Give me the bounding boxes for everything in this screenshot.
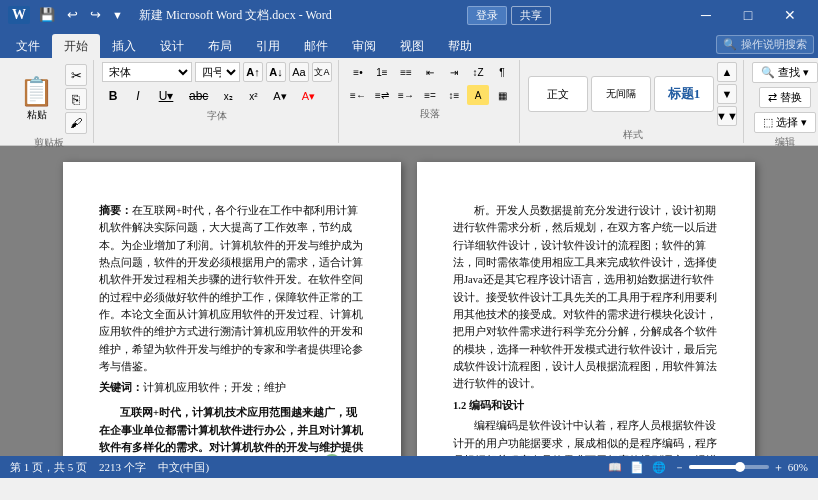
increase-indent-button[interactable]: ⇥ <box>443 62 465 82</box>
page1-intro-text: 互联网+时代，计算机技术应用范围越来越广，现在企事业单位都需计算机软件进行办公，… <box>99 404 365 456</box>
tab-review[interactable]: 审阅 <box>340 34 388 58</box>
paste-button[interactable]: 📋 粘贴 <box>10 70 63 127</box>
tab-insert[interactable]: 插入 <box>100 34 148 58</box>
title-left: W 💾 ↩ ↪ ▼ 新建 Microsoft Word 文档.docx - Wo… <box>8 6 332 24</box>
quick-undo[interactable]: ↩ <box>64 7 81 23</box>
replace-button[interactable]: ⇄ 替换 <box>759 87 811 108</box>
page2-coding: 编程编码是软件设计中认着，程序人员根据软件设计开的用户功能据要求，展成相似的是程… <box>453 417 719 456</box>
word-app-icon: W <box>8 6 30 24</box>
share-button[interactable]: 共享 <box>511 6 551 25</box>
show-formatting-button[interactable]: ¶ <box>491 62 513 82</box>
zoom-slider[interactable] <box>689 465 769 469</box>
align-right-button[interactable]: ≡→ <box>395 85 417 105</box>
status-right: 📖 📄 🌐 － ＋ 60% <box>608 460 808 475</box>
superscript-button[interactable]: x² <box>242 85 264 107</box>
editing-content: 🔍 查找 ▾ ⇄ 替换 ⬚ 选择 ▾ <box>752 62 818 133</box>
font-shrink-button[interactable]: A↓ <box>266 62 286 82</box>
document-page-2[interactable]: 析。开发人员数据提前充分发进行设计，设计初期进行软件需求分析，然后规划，在双方客… <box>417 162 755 456</box>
styles-more[interactable]: ▼▼ <box>717 106 737 126</box>
font-size-select[interactable]: 四号 <box>195 62 240 82</box>
view-mode-web[interactable]: 🌐 <box>652 461 666 474</box>
quick-redo[interactable]: ↪ <box>87 7 104 23</box>
style-no-spacing[interactable]: 无间隔 <box>591 76 651 112</box>
phonetic-button[interactable]: 文A <box>312 62 332 82</box>
maximize-button[interactable]: □ <box>728 4 768 26</box>
tab-design[interactable]: 设计 <box>148 34 196 58</box>
zoom-in-button[interactable]: ＋ <box>773 460 784 475</box>
find-button[interactable]: 🔍 查找 ▾ <box>752 62 818 83</box>
font-color-button[interactable]: A▾ <box>296 85 321 107</box>
shading-button[interactable]: A <box>467 85 489 105</box>
styles-scroll-up[interactable]: ▲ <box>717 62 737 82</box>
styles-scroll-down[interactable]: ▼ <box>717 84 737 104</box>
page2-section12-heading: 1.2 编码和设计 <box>453 398 719 415</box>
help-search-label: 操作说明搜索 <box>741 37 807 52</box>
align-center-button[interactable]: ≡⇌ <box>371 85 393 105</box>
format-painter-button[interactable]: 🖌 <box>65 112 87 134</box>
strikethrough-button[interactable]: abc <box>183 85 214 107</box>
select-button[interactable]: ⬚ 选择 ▾ <box>754 112 816 133</box>
quick-save[interactable]: 💾 <box>36 7 58 23</box>
underline-button[interactable]: U▾ <box>152 85 180 107</box>
close-button[interactable]: ✕ <box>770 4 810 26</box>
status-left: 第 1 页，共 5 页 2213 个字 中文(中国) <box>10 460 209 475</box>
italic-button[interactable]: I <box>127 85 149 107</box>
ribbon-group-styles: 正文 无间隔 标题1 ▲ ▼ ▼▼ 样式 <box>522 60 744 143</box>
font-row-1: 宋体 四号 A↑ A↓ Aa 文A <box>102 62 332 82</box>
title-bar: W 💾 ↩ ↪ ▼ 新建 Microsoft Word 文档.docx - Wo… <box>0 0 818 30</box>
tab-home[interactable]: 开始 <box>52 34 100 58</box>
clear-format-button[interactable]: Aa <box>289 62 309 82</box>
bold-button[interactable]: B <box>102 85 124 107</box>
paragraph-controls: ≡• 1≡ ≡≡ ⇤ ⇥ ↕Z ¶ ≡← ≡⇌ ≡→ ≡= ↕≡ A ▦ <box>347 62 513 105</box>
font-name-select[interactable]: 宋体 <box>102 62 192 82</box>
ribbon-group-font: 宋体 四号 A↑ A↓ Aa 文A B I U▾ abc x₂ x² A▾ A▾ <box>96 60 339 143</box>
tab-mailings[interactable]: 邮件 <box>292 34 340 58</box>
tab-view[interactable]: 视图 <box>388 34 436 58</box>
zoom-control[interactable]: － ＋ 60% <box>674 460 808 475</box>
decrease-indent-button[interactable]: ⇤ <box>419 62 441 82</box>
document-page-1[interactable]: 摘要：在互联网+时代，各个行业在工作中都利用计算机软件解决实际问题，大大提高了工… <box>63 162 401 456</box>
quick-customize[interactable]: ▼ <box>110 9 125 21</box>
font-grow-button[interactable]: A↑ <box>243 62 263 82</box>
tab-help[interactable]: 帮助 <box>436 34 484 58</box>
bullets-button[interactable]: ≡• <box>347 62 369 82</box>
align-left-button[interactable]: ≡← <box>347 85 369 105</box>
word-count: 2213 个字 <box>99 460 146 475</box>
copy-button[interactable]: ⎘ <box>65 88 87 110</box>
cut-button[interactable]: ✂ <box>65 64 87 86</box>
search-icon: 🔍 <box>723 38 737 51</box>
status-bar: 第 1 页，共 5 页 2213 个字 中文(中国) 📖 📄 🌐 － ＋ 60% <box>0 456 818 478</box>
help-search-box[interactable]: 🔍 操作说明搜索 <box>716 35 814 54</box>
select-icon: ⬚ <box>763 116 773 129</box>
multilevel-button[interactable]: ≡≡ <box>395 62 417 82</box>
find-icon: 🔍 <box>761 66 775 79</box>
borders-button[interactable]: ▦ <box>491 85 513 105</box>
tab-layout[interactable]: 布局 <box>196 34 244 58</box>
ribbon-tabs: 文件 开始 插入 设计 布局 引用 邮件 审阅 视图 帮助 🔍 操作说明搜索 <box>0 30 818 58</box>
sort-button[interactable]: ↕Z <box>467 62 489 82</box>
numbering-button[interactable]: 1≡ <box>371 62 393 82</box>
ribbon-group-editing: 🔍 查找 ▾ ⇄ 替换 ⬚ 选择 ▾ 编辑 <box>746 60 818 143</box>
page2-intro: 析。开发人员数据提前充分发进行设计，设计初期进行软件需求分析，然后规划，在双方客… <box>453 202 719 392</box>
window-controls: ─ □ ✕ <box>686 4 810 26</box>
view-mode-read[interactable]: 📖 <box>608 461 622 474</box>
highlight-button[interactable]: A▾ <box>267 85 292 107</box>
justify-button[interactable]: ≡= <box>419 85 441 105</box>
title-text: 新建 Microsoft Word 文档.docx - Word <box>139 7 332 24</box>
ribbon: 📋 粘贴 ✂ ⎘ 🖌 剪贴板 宋体 四号 A↑ A↓ <box>0 58 818 146</box>
view-mode-print[interactable]: 📄 <box>630 461 644 474</box>
style-normal[interactable]: 正文 <box>528 76 588 112</box>
tab-references[interactable]: 引用 <box>244 34 292 58</box>
style-heading1[interactable]: 标题1 <box>654 76 714 112</box>
page1-keywords: 关键词：计算机应用软件；开发；维护 <box>99 379 365 396</box>
replace-icon: ⇄ <box>768 91 777 104</box>
zoom-out-button[interactable]: － <box>674 460 685 475</box>
subscript-button[interactable]: x₂ <box>217 85 239 107</box>
minimize-button[interactable]: ─ <box>686 4 726 26</box>
styles-content: 正文 无间隔 标题1 ▲ ▼ ▼▼ <box>528 62 737 126</box>
font-label: 字体 <box>207 109 227 123</box>
tab-file[interactable]: 文件 <box>4 34 52 58</box>
line-spacing-button[interactable]: ↕≡ <box>443 85 465 105</box>
login-button[interactable]: 登录 <box>467 6 507 25</box>
language: 中文(中国) <box>158 460 209 475</box>
